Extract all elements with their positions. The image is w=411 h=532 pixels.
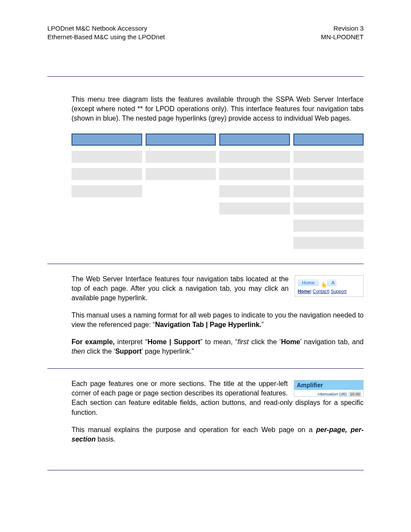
amp-thumb-title: Amplifier [294,380,363,390]
menu-tree-blank [146,202,216,215]
menu-tree-link [219,151,290,163]
intro-block: This menu tree diagram lists the feature… [72,95,364,249]
intro-paragraph: This menu tree diagram lists the feature… [72,95,364,123]
text-bold: For example, [72,338,115,345]
menu-tree-blank [72,202,142,215]
menu-tree-link [293,237,364,249]
text: interpret “ [115,338,147,345]
menu-tree-blank [146,185,216,197]
cursor-icon: 👆 [321,282,327,289]
menu-tree-link [219,168,290,180]
menu-tree-link [72,168,142,180]
menu-tree-link [146,151,216,163]
nav-paragraph-2: This manual uses a naming format for all… [72,311,364,330]
nav-thumb-links: Home| Contact| Support [298,289,361,294]
menu-tree-link [219,202,290,215]
divider [47,76,364,77]
menu-tree-blank [219,220,290,232]
menu-tree-link [72,185,142,197]
text-bold: Home [281,338,300,345]
header-right-line2: MN-LPODNET [321,33,364,41]
menu-tree-link [146,168,216,180]
nav-thumb-tabs: Home 👆 A [298,279,361,286]
text: click the ‘ [249,338,281,345]
menu-tree-link [293,151,364,163]
menu-tree-diagram [72,134,364,249]
text: click the ‘ [85,348,115,355]
amplifier-thumbnail: Amplifier Attenuation (dB) 10.00 [294,380,364,397]
menu-tree-tab [72,134,142,146]
page-sections-block: Amplifier Attenuation (dB) 10.00 Each pa… [72,379,364,444]
menu-tree-blank [219,237,290,249]
menu-tree-link [72,151,142,163]
nav-thumb-link: Support [331,289,347,294]
navigation-section: Home 👆 A Home| Contact| Support The Web … [72,274,364,357]
nav-paragraph-3: For example, interpret “Home | Support” … [72,337,364,356]
text: basis. [96,436,115,443]
amp-thumb-value: 10.00 [349,392,361,396]
nav-thumb-link: Home [298,289,310,294]
menu-tree-link [293,202,364,215]
text-bold: Navigation Tab | Page Hyperlink. [155,321,262,328]
document-page: LPODnet M&C Netbook Accessory Ethernet-B… [0,0,411,532]
menu-tree-blank [72,237,142,249]
menu-tree-tab [293,134,364,146]
text-bold: Support [115,348,141,355]
menu-tree-link [293,185,364,197]
menu-tree-link [293,220,364,232]
text: This manual explains the purpose and ope… [72,426,316,433]
text-bold: Home | Support [147,338,200,345]
text: ’ page hyperlink.” [142,348,194,355]
divider [47,470,364,470]
divider [47,264,364,264]
menu-tree-tab [219,134,290,146]
menu-tree-blank [146,220,216,232]
amp-thumb-row: Attenuation (dB) 10.00 [294,390,363,396]
nav-thumbnail: Home 👆 A Home| Contact| Support [295,275,364,297]
text: ” [262,321,264,328]
nav-thumb-tab-partial: A [327,279,336,286]
nav-thumb-link: Contact [313,289,328,294]
nav-thumb-tab-home: Home [298,279,319,286]
menu-tree-link [219,185,290,197]
header-left-line1: LPODnet M&C Netbook Accessory [47,24,165,33]
text-italic: first [237,338,249,345]
text: ” to mean, “ [200,338,238,345]
menu-tree-blank [72,220,142,232]
divider [47,368,364,369]
text-italic: then [72,348,85,355]
header-left: LPODnet M&C Netbook Accessory Ethernet-B… [47,24,165,42]
page-header: LPODnet M&C Netbook Accessory Ethernet-B… [47,24,364,42]
text: ’ navigation tab, and [300,338,364,345]
header-right: Revision 3 MN-LPODNET [321,24,364,42]
menu-tree-link [293,168,364,180]
menu-tree-blank [146,237,216,249]
amp-thumb-label: Attenuation (dB) [318,392,347,396]
header-right-line1: Revision 3 [321,24,364,33]
menu-tree-tab [146,134,216,146]
header-left-line2: Ethernet-Based M&C using the LPODnet [47,33,165,41]
amp-paragraph-2: This manual explains the purpose and ope… [72,425,364,444]
